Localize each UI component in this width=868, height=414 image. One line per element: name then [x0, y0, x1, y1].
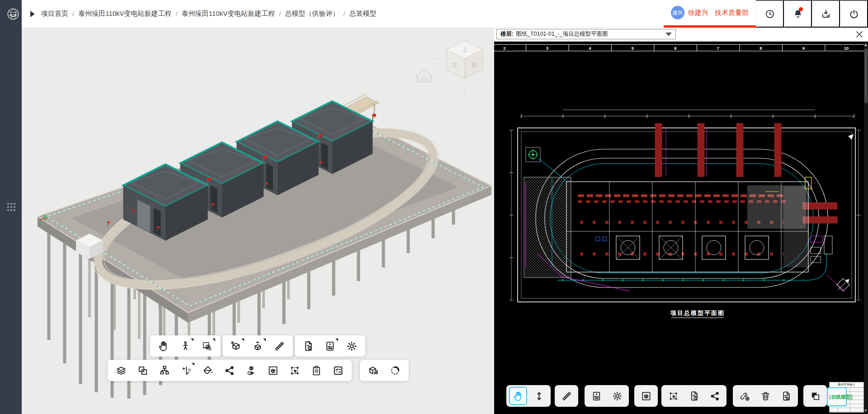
- notification-bell-button[interactable]: [784, 0, 812, 28]
- doc-history-button[interactable]: [685, 387, 703, 405]
- scroll-up-icon[interactable]: [864, 43, 867, 46]
- zoom-window-button[interactable]: [197, 337, 217, 355]
- model-stats-icon: [368, 365, 379, 376]
- marquee-select-button[interactable]: [664, 387, 682, 405]
- topbar: 项目首页/泰州垛田110kV变电站新建工程/泰州垛田110kV变电站新建工程/总…: [22, 0, 868, 28]
- scroll-thumb[interactable]: [864, 49, 868, 103]
- pan-hand-button[interactable]: [154, 337, 174, 355]
- marquee-select-icon: [289, 365, 301, 376]
- settings-gear-button[interactable]: [608, 387, 626, 405]
- doc-history-icon: [689, 390, 700, 402]
- doc-history-button[interactable]: [298, 337, 318, 355]
- power-off-button[interactable]: [840, 0, 868, 28]
- component-delivery-button[interactable]: [241, 362, 261, 379]
- measure-ruler-button[interactable]: [557, 387, 576, 405]
- breadcrumb-item[interactable]: 总装模型: [349, 9, 377, 18]
- paint-material-button[interactable]: [198, 362, 218, 379]
- model-tools-group: [222, 335, 293, 357]
- ruler-number: 7: [717, 46, 719, 51]
- display-settings-button[interactable]: [320, 337, 340, 355]
- display-settings-button[interactable]: [587, 387, 605, 405]
- user-name: 徐建兴: [688, 9, 708, 17]
- measure-ruler-icon: [274, 340, 285, 352]
- paint-material-icon: [202, 365, 214, 376]
- delete-trash-button[interactable]: [756, 387, 774, 405]
- ruler-number: 3: [546, 46, 548, 51]
- compare-copy-icon: [137, 365, 149, 376]
- settings-gear-icon: [612, 390, 623, 402]
- compare-overlap-button[interactable]: [806, 387, 824, 405]
- settings-gear-button[interactable]: [342, 337, 362, 355]
- hide-brush-button[interactable]: [176, 362, 196, 379]
- share-model-button[interactable]: [220, 362, 240, 379]
- walk-person-button[interactable]: [175, 337, 195, 355]
- pan-hand-button[interactable]: [509, 387, 527, 405]
- home-view-icon[interactable]: [415, 70, 433, 82]
- link-add-button[interactable]: [736, 387, 754, 405]
- header-icon-strip: [756, 0, 868, 28]
- breadcrumb-item[interactable]: 泰州垛田110kV变电站新建工程: [78, 9, 171, 18]
- apps-grid-icon[interactable]: [6, 202, 17, 212]
- zoom-window-icon: [201, 340, 213, 352]
- doc-preview-icon: [781, 390, 792, 402]
- app-root: 项目首页/泰州垛田110kV变电站新建工程/泰州垛田110kV变电站新建工程/总…: [0, 0, 868, 414]
- cad-edit-group: [733, 385, 798, 407]
- cad-drawing: 2345678910: [494, 42, 864, 414]
- bounding-box-button[interactable]: [637, 387, 655, 405]
- section-box-button[interactable]: [226, 337, 246, 355]
- main-toolbar: [108, 360, 352, 381]
- time-clock-button[interactable]: [756, 0, 784, 28]
- display-settings-icon: [591, 390, 602, 402]
- model-stats-button[interactable]: [363, 362, 383, 379]
- check-list-button[interactable]: [328, 362, 348, 379]
- company-logo-icon[interactable]: [6, 7, 20, 21]
- avatar: 建兴: [671, 6, 684, 19]
- nav-toolbar-group: [150, 335, 221, 357]
- loading-ring-button[interactable]: [385, 362, 405, 379]
- vertical-scrollbar[interactable]: [864, 42, 868, 414]
- walk-person-icon: [179, 340, 191, 352]
- download-tray-button[interactable]: [812, 0, 840, 28]
- svg-text:左: 左: [452, 61, 458, 68]
- share-model-button[interactable]: [706, 387, 724, 405]
- component-delivery-icon: [245, 365, 257, 376]
- viewer-3d[interactable]: 上 左 前: [22, 28, 494, 414]
- clipboard-list-button[interactable]: [307, 362, 326, 379]
- breadcrumb-item[interactable]: 项目首页: [41, 9, 68, 18]
- bounding-box-button[interactable]: [263, 362, 283, 379]
- doc-preview-button[interactable]: [777, 387, 795, 405]
- scroll-down-icon[interactable]: [864, 409, 867, 412]
- model-layers-icon: [115, 365, 127, 376]
- cad-display-group: [585, 385, 629, 407]
- check-list-icon: [332, 365, 344, 376]
- user-menu[interactable]: 建兴 徐建兴 技术质量部: [664, 0, 756, 28]
- cad-select-group: [661, 385, 726, 407]
- floor-selector[interactable]: 楼层: 图纸_T0101-01_-_项目总模型平面图: [496, 29, 676, 39]
- measure-ruler-icon: [561, 390, 572, 402]
- marquee-select-button[interactable]: [285, 362, 305, 379]
- breadcrumb-item[interactable]: 泰州垛田110kV变电站新建工程: [182, 9, 275, 18]
- online-model-button[interactable]: [在线模型]: [827, 387, 847, 406]
- close-panel-button[interactable]: [854, 29, 864, 39]
- stats-toolbar: [360, 360, 409, 381]
- breadcrumb-item[interactable]: 总模型（供验评）: [285, 9, 339, 18]
- measure-ruler-button[interactable]: [269, 337, 289, 355]
- ruler-number: 5: [632, 46, 634, 51]
- model-tree-button[interactable]: [155, 362, 175, 379]
- doc-history-icon: [302, 340, 314, 352]
- cad-viewport[interactable]: 2345678910: [494, 42, 868, 414]
- header-right: 建兴 徐建兴 技术质量部: [664, 0, 868, 28]
- compare-copy-button[interactable]: [133, 362, 153, 379]
- compare-overlap-icon: [810, 390, 821, 402]
- marquee-select-icon: [668, 390, 679, 402]
- model-layers-button[interactable]: [111, 362, 131, 379]
- settings-gear-icon: [346, 340, 358, 352]
- cad-nav-group: [506, 385, 551, 407]
- pan-hand-icon: [158, 340, 170, 352]
- breadcrumb-collapse-icon[interactable]: [30, 11, 35, 17]
- user-department: 技术质量部: [715, 9, 749, 17]
- elevation-range-button[interactable]: [530, 387, 548, 405]
- download-tray-icon: [821, 9, 831, 19]
- explode-model-button[interactable]: [248, 337, 268, 355]
- view-cube[interactable]: 上 左 前: [427, 41, 494, 99]
